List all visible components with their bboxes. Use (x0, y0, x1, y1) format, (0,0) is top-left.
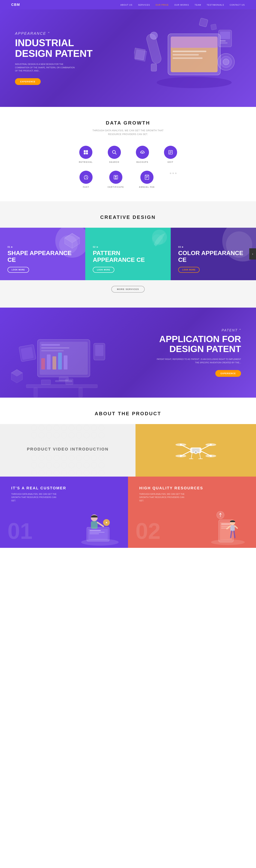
svg-point-86 (210, 455, 212, 457)
card-arrow-2: ▶ (97, 246, 98, 248)
hero-section: APPEARANCE " INDUSTRIAL DESIGN PATENT IN… (0, 9, 256, 107)
svg-rect-3 (172, 51, 206, 52)
svg-rect-2 (171, 37, 218, 48)
svg-text:★: ★ (105, 521, 108, 524)
svg-rect-50 (41, 350, 64, 351)
patent-description: PATENT RIGHT, REFERRED TO AS 'PATENT', I… (157, 358, 241, 364)
icon-retrieval: RETRIEVAL (79, 146, 93, 163)
more-services-button[interactable]: MORE SERVICES (111, 286, 145, 292)
product-row: PRODUCT VIDEO INTRODUCTION (0, 424, 256, 476)
svg-rect-49 (41, 347, 69, 348)
bottom-row: IT'S A REAL CUSTOMER THROUGH DATA ANALYS… (0, 476, 256, 548)
svg-rect-61 (95, 345, 103, 356)
svg-rect-94 (90, 530, 101, 531)
card-lookmore-1[interactable]: LOOK MORE (7, 267, 29, 273)
nav-item-testimonials[interactable]: TESTIMONIALS (207, 3, 224, 6)
nav-item-about[interactable]: ABOUT US (121, 3, 132, 6)
card-lookmore-3[interactable]: LOOK MORE (178, 267, 200, 273)
svg-point-7 (150, 32, 158, 39)
svg-rect-24 (86, 153, 88, 154)
svg-rect-22 (86, 150, 88, 152)
svg-rect-59 (21, 347, 34, 360)
svg-rect-98 (91, 521, 98, 529)
svg-rect-53 (53, 356, 56, 370)
bottom-high-quality: HIGH QUALITY RESOURCES THROUGH DATA ANAL… (128, 476, 256, 548)
hero-description: INDUSTRIAL DESIGN IS A NEW DESIGN FOR TH… (15, 63, 75, 72)
svg-point-25 (113, 150, 116, 153)
product-drone-right (135, 424, 256, 476)
svg-rect-23 (84, 153, 86, 154)
svg-rect-4 (172, 54, 199, 56)
svg-rect-106 (221, 526, 229, 527)
card-arrow-1: ▶ (11, 246, 13, 248)
nav-item-services[interactable]: SERVICES (138, 3, 150, 6)
design-card-color: 03 ▶ COLOR APPEARANCE CE LOOK MORE › (171, 228, 256, 280)
svg-rect-5 (172, 57, 202, 59)
patent-subtitle: PATENT " (157, 329, 241, 332)
svg-rect-21 (84, 150, 86, 152)
icon-certificate: CERTIFICATE (107, 171, 124, 188)
svg-line-112 (231, 531, 232, 537)
svg-line-26 (115, 153, 117, 154)
product-video-left: PRODUCT VIDEO INTRODUCTION (0, 424, 135, 476)
creative-design-section: CREATIVE DESIGN 01 ▶ SHAPE APPEARANCE CE… (0, 201, 256, 308)
bottom-left-desc: THROUGH DATA ANALYSIS, WE CAN GET THE GR… (11, 493, 60, 502)
svg-point-17 (223, 59, 229, 65)
svg-rect-70 (30, 424, 105, 476)
bottom-right-desc: THROUGH DATA ANALYSIS, WE CAN GET THE GR… (139, 493, 188, 502)
retrieval-label: RETRIEVAL (79, 161, 93, 163)
svg-rect-52 (47, 354, 51, 370)
svg-rect-19 (199, 18, 208, 27)
hero-subtitle: APPEARANCE " (15, 31, 99, 36)
bottom-real-customer: IT'S A REAL CUSTOMER THROUGH DATA ANALYS… (0, 476, 128, 548)
icon-search: SEARCH (108, 146, 121, 163)
product-bg-watermark (0, 424, 135, 476)
svg-point-84 (210, 444, 212, 446)
annual-fee-label: ANNUAL FEE (139, 186, 155, 188)
svg-rect-54 (58, 352, 62, 370)
icon-edit: EDIT (164, 146, 177, 163)
hero-title: INDUSTRIAL DESIGN PATENT (15, 37, 99, 59)
card-lookmore-2[interactable]: LOOK MORE (93, 267, 114, 273)
svg-rect-64 (26, 384, 97, 388)
annual-fee-icon (140, 171, 154, 184)
carousel-next-arrow[interactable]: › (249, 248, 256, 259)
resources-illustration (203, 501, 252, 548)
bottom-left-number: 01 (7, 520, 32, 542)
more-services-wrap: MORE SERVICES (0, 280, 256, 298)
svg-rect-96 (90, 533, 99, 534)
patent-content: PATENT " APPLICATION FOR DESIGN PATENT P… (157, 329, 241, 377)
svg-line-88 (200, 453, 200, 459)
nav-item-team[interactable]: TEAM (195, 3, 201, 6)
svg-rect-10 (135, 50, 147, 62)
design-card-pattern: 02 ▶ PATTERN APPEARANCE CE LOOK MORE (85, 228, 170, 280)
svg-rect-8 (151, 64, 157, 71)
backups-icon (136, 146, 149, 159)
nav-links: ABOUT US SERVICES OUR PRICE OUR WORKS TE… (121, 3, 245, 6)
search-icon (108, 146, 121, 159)
design-cards-row: 01 ▶ SHAPE APPEARANCE CE LOOK MORE 02 ▶ … (0, 228, 256, 280)
svg-line-99 (98, 523, 103, 526)
nav-item-price[interactable]: OUR PRICE (156, 3, 169, 6)
svg-rect-14 (220, 42, 227, 43)
dot-1 (170, 173, 171, 174)
svg-rect-55 (64, 355, 67, 370)
svg-point-18 (157, 77, 232, 88)
icon-backups: BACKUPS (136, 146, 149, 163)
nav-item-contact[interactable]: CONTACT US (230, 3, 245, 6)
card-arrow-3: ▶ (182, 246, 184, 248)
svg-rect-65 (34, 388, 37, 397)
nav-item-works[interactable]: OUR WORKS (174, 3, 189, 6)
svg-rect-48 (41, 344, 60, 346)
icons-row-1: RETRIEVAL SEARCH BACKUPS (15, 146, 241, 163)
customer-illustration: ★ (75, 501, 124, 548)
backups-label: BACKUPS (136, 161, 148, 163)
hero-experience-button[interactable]: EXPERIENCE (15, 78, 41, 85)
navigation: CBM ABOUT US SERVICES OUR PRICE OUR WORK… (0, 0, 256, 9)
patent-section: PATENT " APPLICATION FOR DESIGN PATENT P… (0, 308, 256, 398)
logo: CBM (11, 3, 20, 7)
svg-rect-68 (66, 379, 73, 384)
patent-title: APPLICATION FOR DESIGN PATENT (157, 334, 241, 354)
patent-experience-button[interactable]: EXPERIENCE (215, 370, 241, 377)
edit-label: EDIT (168, 161, 173, 163)
